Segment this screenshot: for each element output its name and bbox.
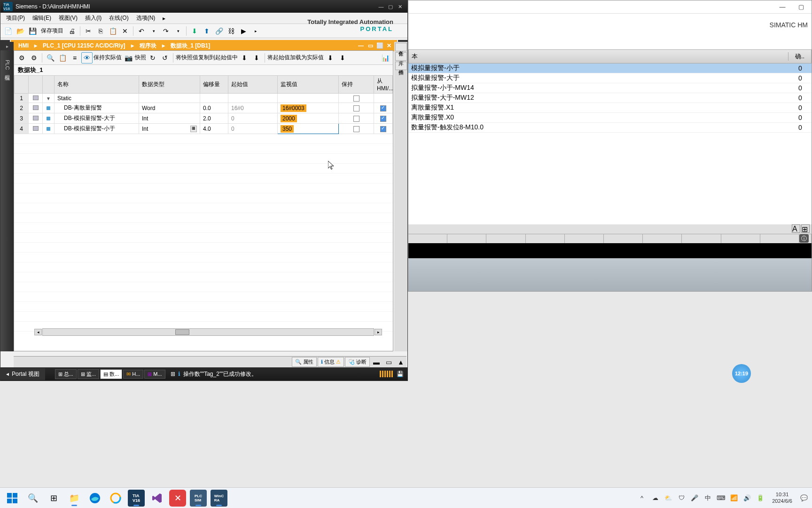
desktop-clock-widget[interactable]: 12:19 [732,364,751,383]
open-project-icon[interactable]: 📂 [15,25,26,37]
notifications-icon[interactable]: 💬 [800,494,808,502]
ime-mode-icon[interactable]: ⌨ [717,494,725,502]
hmi-fn-button[interactable] [408,234,447,243]
hmi-alarm-row[interactable]: 拟量报警-大于-MW120 [408,93,812,103]
table-row-active[interactable]: 4 DB-模拟量报警-小于 Int▦ 4.0 0 350 [15,124,393,134]
file-explorer-icon[interactable]: 📁 [66,490,83,507]
more-toolbar-icon[interactable]: ▸ [250,25,261,37]
onedrive-icon[interactable]: ☁ [651,494,659,502]
status-tab-data[interactable]: ▤数... [100,369,122,379]
retain-checkbox[interactable] [353,116,359,122]
db-tool-11-icon[interactable]: ⬇ [337,52,348,64]
go-online-icon[interactable]: 🔗 [213,25,225,37]
hmi-fn-button[interactable] [447,234,486,243]
db-snapshot-btn-icon[interactable]: 📷 [123,52,134,64]
copy-snapshot-label[interactable]: 将快照值复制到起始值中 [176,54,238,62]
sim-icon[interactable]: ▶ [238,25,249,37]
db-tool-4-icon[interactable]: 📋 [57,52,68,64]
close-button[interactable]: ✕ [395,2,405,11]
hmi-fn-button[interactable] [760,234,799,243]
upload-icon[interactable]: ⬆ [201,25,212,37]
type-dropdown-icon[interactable]: ▦ [190,126,197,132]
start-button[interactable] [4,490,21,507]
menu-view[interactable]: 视图(V) [55,13,81,24]
tray-expand-icon[interactable]: ^ [638,494,646,502]
breadcrumb-db1[interactable]: 数据块_1 [DB1] [167,42,214,50]
left-sidebar-expand-icon[interactable]: ▸ [0,42,14,50]
hmi-alarm-row[interactable]: 离散量报警.X10 [408,103,812,113]
hmi-alarm-row[interactable]: 数量报警-触发位8-M10.00 [408,123,812,133]
breadcrumb-blocks[interactable]: 程序块 [136,42,160,50]
hmi-alarm-row[interactable]: 模拟量报警-大于0 [408,73,812,83]
right-tab-plugins[interactable]: 插件 [395,62,407,70]
hmi-tool-icon[interactable]: A [792,224,800,233]
left-sidebar-plc-programming[interactable]: PLC 编程 [0,50,14,351]
microphone-icon[interactable]: 🎤 [690,494,699,502]
breadcrumb-plc[interactable]: PLC_1 [CPU 1215C AC/DC/Rly] [39,42,129,49]
hmi-checkbox[interactable] [380,105,386,111]
db-tool-6-icon[interactable]: ↻ [147,52,158,64]
hmi-minimize-button[interactable]: — [776,2,789,12]
panel-close-icon[interactable]: ✕ [385,41,393,50]
col-header-start[interactable]: 起始值 [228,76,278,94]
security-icon[interactable]: 🛡 [677,494,686,502]
search-icon[interactable]: 🔍 [24,490,41,507]
volume-icon[interactable]: 🔊 [743,494,751,502]
menu-insert[interactable]: 插入(I) [81,13,105,24]
hmi-fn-button[interactable] [643,234,682,243]
hmi-checkbox[interactable] [380,126,386,132]
hmi-fn-button[interactable]: ⓘ [799,234,812,243]
hmi-alarm-row[interactable]: 拟量报警-小于-MW140 [408,83,812,93]
col-header-offset[interactable]: 偏移量 [200,76,228,94]
hmi-maximize-button[interactable]: ▢ [795,2,808,12]
menu-project[interactable]: 项目(P) [2,13,29,24]
panel-expand-icon[interactable]: ▲ [395,357,406,368]
status-tab-monitor[interactable]: ⊞监... [78,369,99,379]
load-start-label[interactable]: 将起始值加载为实际值 [267,54,324,62]
retain-checkbox[interactable] [353,126,359,132]
wifi-icon[interactable]: 📶 [730,494,738,502]
db-tool-2-icon[interactable]: ⚙ [28,52,39,64]
db-tool-7-icon[interactable]: ↺ [159,52,171,64]
status-tab-overview[interactable]: ⊞总... [55,369,77,379]
hmi-fn-button[interactable] [721,234,760,243]
status-tab-hmi[interactable]: ✉H... [123,370,143,379]
right-tab-library[interactable]: 库 [395,52,407,61]
status-tab-m[interactable]: ⊞M... [144,370,165,379]
print-icon[interactable]: 🖨 [66,25,78,37]
db-monitor-icon[interactable]: 👁 [81,52,93,64]
col-header-name[interactable]: 名称 [55,76,139,94]
db-tool-9-icon[interactable]: ⬇ [251,52,262,64]
visual-studio-icon[interactable] [148,490,165,507]
weather-icon[interactable]: ⛅ [664,494,672,502]
taskbar-clock[interactable]: 10:31 2024/6/6 [769,492,795,504]
copy-icon[interactable]: ⎘ [95,25,106,37]
paste-icon[interactable]: 📋 [107,25,118,37]
portal-view-button[interactable]: ◂Portal 视图 [0,368,45,380]
horizontal-scrollbar[interactable]: ◂ ▸ [42,328,374,336]
db-tool-3-icon[interactable]: 🔍 [45,52,56,64]
properties-tab[interactable]: 🔍属性 [292,357,317,367]
ime-icon[interactable]: 中 [703,494,712,502]
collapse-icon[interactable]: ▼ [46,96,51,101]
panel-layout-2-icon[interactable]: ▭ [383,357,394,368]
scrollbar-thumb[interactable] [175,329,189,335]
hmi-alarm-row[interactable]: 模拟量报警-小于0 [408,64,812,73]
panel-restore-icon[interactable]: ▭ [366,41,375,50]
table-row[interactable]: 2 DB-离散量报警 Word 0.0 16#0 16#0003 [15,103,393,113]
info-tab[interactable]: ℹ信息⚠ [318,357,344,367]
go-offline-icon[interactable]: ⛓ [226,25,237,37]
save-icon[interactable]: 💾 [27,25,38,37]
menu-edit[interactable]: 编辑(E) [29,13,55,24]
table-row-static[interactable]: 1 ▼ Static [15,94,393,103]
col-header-monitor[interactable]: 监视值 [278,76,339,94]
undo-dropdown-icon[interactable]: ▾ [148,25,159,37]
download-icon[interactable]: ⬇ [189,25,200,37]
hmi-fn-button[interactable] [486,234,525,243]
right-tab-tasks[interactable]: 任务 [395,43,407,51]
tia-portal-taskbar-icon[interactable]: TIAV16 [128,490,145,507]
menu-more-icon[interactable]: ▸ [159,14,169,23]
hmi-fn-button[interactable] [526,234,565,243]
scroll-right-icon[interactable]: ▸ [375,329,382,335]
copilot-icon[interactable] [107,490,124,507]
